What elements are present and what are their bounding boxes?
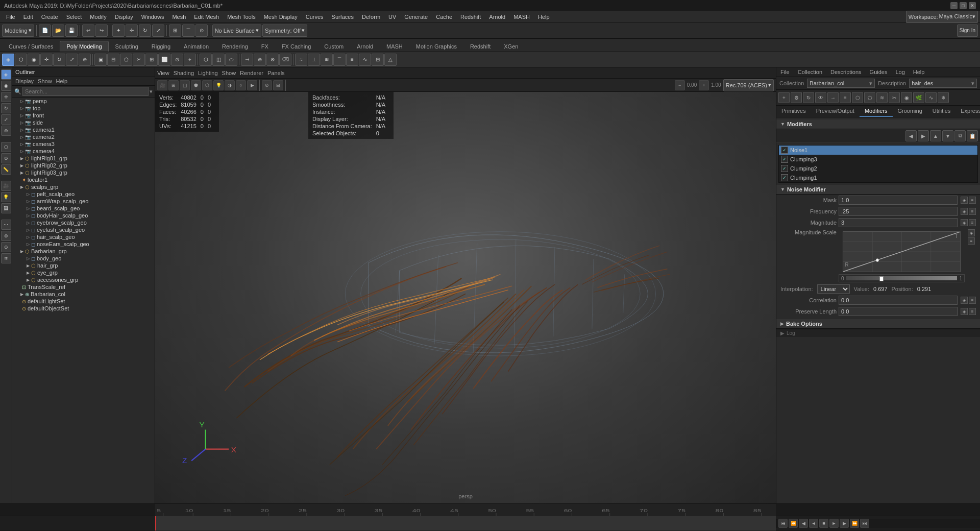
- interp-select[interactable]: Linear Smooth Spline: [817, 284, 850, 294]
- menu-edit[interactable]: Edit: [19, 13, 37, 21]
- paint-hair-strip-btn[interactable]: ⊕: [1, 231, 11, 241]
- list-item[interactable]: ▷ ◻ eyelash_scalp_geo: [12, 226, 155, 233]
- tab-xgen[interactable]: XGen: [497, 41, 525, 52]
- mod-down-btn[interactable]: ▼: [942, 130, 953, 141]
- rp-guides[interactable]: Guides: [870, 69, 888, 75]
- scale-strip-btn[interactable]: ⤢: [1, 114, 11, 125]
- maximize-button[interactable]: □: [960, 2, 967, 9]
- next-frame-btn[interactable]: ▶: [840, 519, 849, 528]
- smooth-mesh-btn[interactable]: ⊟: [372, 54, 384, 66]
- merge-btn[interactable]: ⊙: [171, 54, 183, 66]
- bend-btn[interactable]: ⌒: [333, 54, 346, 66]
- mode-dropdown[interactable]: Modeling ▾: [2, 25, 34, 37]
- redo-button[interactable]: ↪: [95, 25, 108, 37]
- target-weld-btn[interactable]: ⌖: [184, 54, 196, 66]
- rp-settings-icon[interactable]: ⚙: [791, 92, 802, 103]
- menu-mash[interactable]: MASH: [509, 13, 534, 21]
- rp-freeze-icon[interactable]: ❄: [938, 92, 949, 103]
- list-item[interactable]: ▷ ◻ noseEars_scalp_geo: [12, 240, 155, 248]
- mod-prev-btn[interactable]: ◀: [905, 130, 917, 141]
- freq-expr-icon[interactable]: ≡: [969, 208, 976, 215]
- workspace-dropdown[interactable]: Workspace: Maya Classic▾: [906, 11, 978, 23]
- list-item[interactable]: ▶ ⬡ Barbarian_grp: [12, 248, 155, 255]
- tab-rigging[interactable]: Rigging: [145, 41, 177, 52]
- tab-custom[interactable]: Custom: [317, 41, 350, 52]
- play-btn[interactable]: ►: [829, 519, 839, 528]
- gradient-handle[interactable]: [879, 276, 884, 281]
- symmetry-dropdown[interactable]: Symmetry: Off ▾: [262, 25, 307, 37]
- gradient-anim-icon[interactable]: ◈: [968, 229, 975, 236]
- step-fwd-btn[interactable]: ⏩: [850, 519, 859, 528]
- wireframe-btn[interactable]: ◫: [212, 54, 225, 66]
- paint-sel-btn[interactable]: ◉: [28, 54, 40, 66]
- rp-sculpt-icon[interactable]: ◉: [901, 92, 912, 103]
- tab-rendering[interactable]: Rendering: [215, 41, 255, 52]
- gradient-expr-icon[interactable]: ≡: [968, 237, 975, 245]
- freq-anim-icon[interactable]: ◈: [961, 208, 968, 215]
- menu-arnold[interactable]: Arnold: [485, 13, 509, 21]
- list-item[interactable]: ▷ 📷 camera3: [12, 140, 155, 148]
- tab-preview-output[interactable]: Preview/Output: [811, 106, 860, 117]
- list-item[interactable]: ▶ ⬡ lightRig03_grp: [12, 169, 155, 176]
- menu-modify[interactable]: Modify: [86, 13, 110, 21]
- mask-value[interactable]: 1.0: [839, 196, 958, 205]
- vp-cam-btn[interactable]: 🎥: [157, 80, 167, 90]
- play-back-btn[interactable]: ◄: [809, 519, 818, 528]
- vp-motion-btn[interactable]: ▶: [247, 80, 257, 90]
- snap-strip-btn[interactable]: ⊙: [1, 153, 11, 163]
- menu-file[interactable]: File: [2, 13, 19, 21]
- paint-strip-btn[interactable]: ◉: [1, 81, 11, 91]
- vp-menu-shading[interactable]: Shading: [174, 70, 194, 76]
- tab-fx[interactable]: FX: [255, 41, 275, 52]
- list-item[interactable]: ▷ 📷 persp: [12, 98, 155, 105]
- menu-mesh-tools[interactable]: Mesh Tools: [223, 13, 259, 21]
- list-item[interactable]: ▶ ⊕ Barbarian_col: [12, 291, 155, 298]
- grooming-strip-btn[interactable]: ≋: [1, 253, 11, 263]
- rotate-strip-btn[interactable]: ↻: [1, 103, 11, 113]
- modifiers-section-header[interactable]: ▼ Modifiers: [776, 119, 980, 129]
- mod-up-btn[interactable]: ▲: [930, 130, 941, 141]
- corr-expr-icon[interactable]: ≡: [969, 297, 976, 304]
- list-item[interactable]: ⊙ defaultObjectSet: [12, 305, 155, 312]
- vp-light-btn[interactable]: 💡: [213, 80, 224, 90]
- menu-cache[interactable]: Cache: [432, 13, 456, 21]
- rp-descriptions[interactable]: Descriptions: [830, 69, 862, 75]
- frequency-value[interactable]: .25: [839, 207, 958, 216]
- mod-check-clumping3[interactable]: ✓: [781, 156, 788, 163]
- mod-paste-btn[interactable]: 📋: [967, 130, 978, 141]
- tab-fx-caching[interactable]: FX Caching: [275, 41, 317, 52]
- hair-tool-strip-btn[interactable]: ⊙: [1, 242, 11, 252]
- move-tool[interactable]: ✛: [126, 25, 138, 37]
- menu-deform[interactable]: Deform: [358, 13, 384, 21]
- cleanup-btn[interactable]: ⌫: [279, 54, 291, 66]
- vp-menu-show[interactable]: Show: [222, 70, 236, 76]
- mirror-btn[interactable]: ⊣: [241, 54, 253, 66]
- rp-cut-icon[interactable]: ✂: [889, 92, 900, 103]
- undo-button[interactable]: ↩: [82, 25, 94, 37]
- menu-create[interactable]: Create: [37, 13, 62, 21]
- outliner-menu-display[interactable]: Display: [15, 78, 34, 84]
- render-strip-btn[interactable]: 🖼: [1, 203, 11, 213]
- list-item[interactable]: ▷ ◻ pelt_scalp_geo: [12, 190, 155, 198]
- menu-uv[interactable]: UV: [384, 13, 400, 21]
- soft-btn[interactable]: ≋: [321, 54, 333, 66]
- mask-expr-icon[interactable]: ≡: [969, 197, 976, 204]
- light-strip-btn[interactable]: 💡: [1, 192, 11, 202]
- modifier-noise1[interactable]: ✓ Noise1: [779, 146, 977, 155]
- save-file-button[interactable]: 💾: [65, 25, 78, 37]
- menu-mesh-display[interactable]: Mesh Display: [260, 13, 302, 21]
- live-surface-dropdown[interactable]: No Live Surface ▾: [212, 25, 261, 37]
- modifier-clumping1[interactable]: ✓ Clumping1: [779, 173, 977, 182]
- list-item[interactable]: ⊡ TransScale_ref: [12, 283, 155, 291]
- connect-btn[interactable]: ⊞: [145, 54, 158, 66]
- crease-btn[interactable]: ≈: [295, 54, 307, 66]
- select-strip-btn[interactable]: ◈: [1, 69, 11, 80]
- modifier-clumping3[interactable]: ✓ Clumping3: [779, 155, 977, 164]
- multi-cut-btn[interactable]: ✂: [133, 54, 145, 66]
- tab-modifiers[interactable]: Modifiers: [860, 106, 893, 117]
- bridge-btn[interactable]: ⊟: [107, 54, 119, 66]
- tab-animation[interactable]: Animation: [177, 41, 215, 52]
- tab-primitives[interactable]: Primitives: [776, 106, 811, 117]
- menu-redshift[interactable]: Redshift: [456, 13, 485, 21]
- list-item[interactable]: ▷ ◻ hair_scalp_geo: [12, 233, 155, 240]
